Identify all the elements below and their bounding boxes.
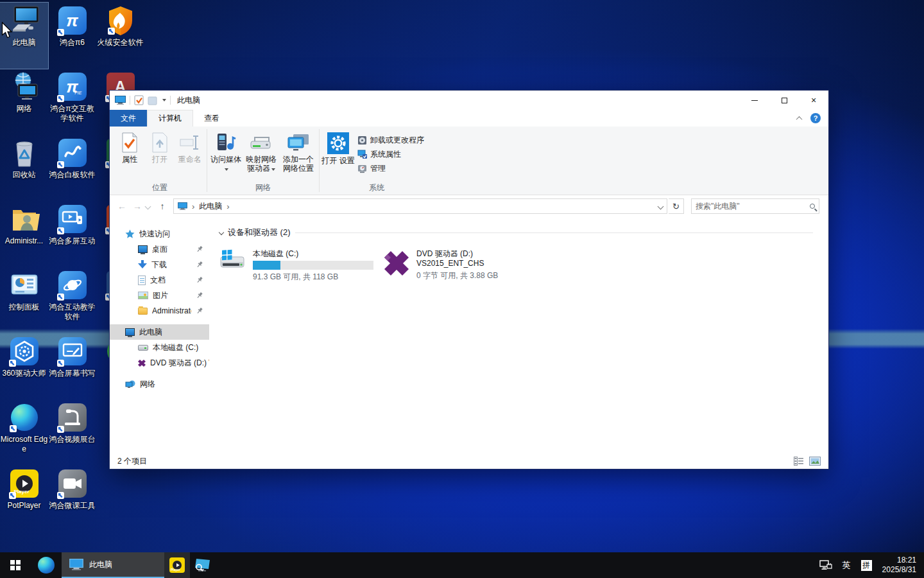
nav-pictures[interactable]: 图片 bbox=[110, 288, 209, 303]
ime-language-indicator[interactable]: 英 bbox=[843, 559, 851, 571]
desktop-icon-honghe-microlesson[interactable]: 鸿合微课工具 bbox=[48, 466, 96, 532]
desktop-icon-honghe-doccam[interactable]: 鸿合视频展台 bbox=[48, 399, 96, 466]
uninstall-icon bbox=[357, 136, 367, 145]
qat-dropdown-icon[interactable] bbox=[162, 99, 166, 101]
section-header[interactable]: 设备和驱动器 (2) bbox=[219, 227, 828, 238]
address-box[interactable]: › 此电脑 › bbox=[173, 198, 667, 214]
taskbar-screen-tool-button[interactable] bbox=[190, 552, 216, 578]
tab-view[interactable]: 查看 bbox=[193, 110, 230, 127]
minimize-button[interactable] bbox=[740, 91, 769, 110]
folder-mini-icon bbox=[138, 308, 148, 315]
desktop-icon-column-1: 此电脑 网络 回收站 bbox=[0, 3, 48, 532]
drive-d-name: DVD 驱动器 (D:) bbox=[416, 249, 498, 259]
desktop-icon-honghe-interactive[interactable]: 鸿合互动教学软件 bbox=[48, 267, 96, 333]
taskbar-clock[interactable]: 18:21 2025/8/31 bbox=[882, 556, 916, 575]
uninstall-button[interactable]: 卸载或更改程序 bbox=[357, 135, 424, 146]
nav-disk-c[interactable]: 本地磁盘 (C:) bbox=[110, 340, 209, 355]
nav-documents[interactable]: 文档 bbox=[110, 272, 209, 288]
ribbon-collapse-icon[interactable] bbox=[796, 116, 803, 122]
desktop-icon-huorong[interactable]: 火绒安全软件 bbox=[96, 3, 144, 69]
rename-button[interactable]: 重命名 bbox=[175, 131, 205, 164]
ribbon: 属性 打开 重命名 位置 bbox=[110, 127, 828, 195]
vs-mini-icon bbox=[138, 359, 146, 367]
drive-d-item[interactable]: DVD 驱动器 (D:) VS2015_ENT_CHS 0 字节 可用, 共 3… bbox=[383, 249, 547, 281]
system-properties-button[interactable]: 系统属性 bbox=[357, 149, 424, 160]
desktop-icon-honghe-pi6[interactable]: π 鸿合π6 bbox=[48, 3, 96, 69]
maximize-button[interactable] bbox=[769, 91, 799, 110]
access-media-button[interactable]: 访问媒体 bbox=[209, 131, 243, 173]
desktop-icon-potplayer[interactable]: Player PotPlayer bbox=[0, 466, 48, 532]
desktop-icon-network[interactable]: 网络 bbox=[0, 69, 48, 135]
nav-dvd-d[interactable]: DVD 驱动器 (D:) V bbox=[110, 355, 209, 371]
forward-button[interactable]: → bbox=[130, 201, 144, 211]
taskbar-potplayer-button[interactable]: Player bbox=[164, 552, 190, 578]
search-icon[interactable] bbox=[810, 204, 815, 209]
up-button[interactable]: ↑ bbox=[155, 201, 169, 211]
taskbar-edge-button[interactable] bbox=[31, 552, 62, 578]
breadcrumb-chevron[interactable]: › bbox=[227, 202, 229, 211]
system-tray: 英 拼 18:21 2025/8/31 bbox=[819, 552, 924, 578]
qat-properties-icon[interactable] bbox=[134, 95, 144, 105]
desktop-icon-edge[interactable]: Microsoft Edge bbox=[0, 399, 48, 466]
navigation-pane: 快速访问 桌面 下载 文档 图片 bbox=[110, 217, 209, 453]
desktop-icon-this-pc[interactable]: 此电脑 bbox=[0, 3, 48, 69]
add-network-location-button[interactable]: 添加一个 网络位置 bbox=[280, 131, 317, 173]
desktop-icon-admin-folder[interactable]: Administr... bbox=[0, 201, 48, 267]
breadcrumb-this-pc[interactable]: 此电脑 bbox=[199, 201, 222, 212]
add-location-icon bbox=[287, 132, 310, 153]
help-icon[interactable]: ? bbox=[810, 113, 821, 123]
nav-downloads[interactable]: 下载 bbox=[110, 257, 209, 272]
shortcut-arrow-icon bbox=[57, 426, 64, 433]
taskbar-this-pc-button[interactable]: 此电脑 bbox=[62, 552, 164, 578]
properties-button[interactable]: 属性 bbox=[115, 131, 145, 164]
back-button[interactable]: ← bbox=[115, 201, 129, 211]
nav-desktop[interactable]: 桌面 bbox=[110, 241, 209, 257]
open-button[interactable]: 打开 bbox=[145, 131, 175, 164]
system-menu-icon[interactable] bbox=[115, 96, 126, 105]
status-bar: 2 个项目 bbox=[110, 453, 828, 469]
section-collapse-icon[interactable] bbox=[219, 230, 224, 235]
downloads-mini-icon bbox=[138, 260, 147, 269]
search-input[interactable] bbox=[696, 202, 810, 211]
nav-quick-access[interactable]: 快速访问 bbox=[110, 226, 209, 241]
qat-separator bbox=[130, 96, 130, 105]
thumbnail-view-icon[interactable] bbox=[809, 457, 821, 466]
honghe-whiteboard-icon bbox=[57, 137, 88, 168]
drive-c-item[interactable]: 本地磁盘 (C:) 91.3 GB 可用, 共 118 GB bbox=[219, 249, 383, 281]
desktop-icon-honghe-whiteboard[interactable]: 鸿合白板软件 bbox=[48, 135, 96, 201]
ribbon-separator bbox=[207, 129, 207, 192]
group-label-location: 位置 bbox=[115, 182, 205, 195]
tab-computer[interactable]: 计算机 bbox=[147, 110, 193, 127]
file-list-area[interactable]: 设备和驱动器 (2) 本地磁盘 (C:) bbox=[209, 217, 828, 453]
refresh-button[interactable]: ↻ bbox=[669, 198, 684, 214]
nav-network[interactable]: 网络 bbox=[110, 376, 209, 392]
address-dropdown-icon[interactable] bbox=[658, 203, 664, 209]
shortcut-arrow-icon bbox=[57, 492, 64, 499]
nav-user-folder[interactable]: Administrator bbox=[110, 303, 209, 319]
open-settings-button[interactable]: 打开 设置 bbox=[321, 131, 355, 165]
details-view-icon[interactable] bbox=[794, 457, 804, 466]
history-dropdown-icon[interactable] bbox=[145, 203, 151, 209]
ime-mode-indicator[interactable]: 拼 bbox=[861, 560, 872, 571]
desktop-icon-honghe-screenwrite[interactable]: 鸿合屏幕书写 bbox=[48, 333, 96, 399]
nav-this-pc[interactable]: 此电脑 bbox=[110, 324, 209, 340]
qat-newfolder-icon[interactable] bbox=[148, 96, 157, 105]
desktop-icon-recycle-bin[interactable]: 回收站 bbox=[0, 135, 48, 201]
desktop-icon-control-panel[interactable]: 控制面板 bbox=[0, 267, 48, 333]
window-titlebar[interactable]: 此电脑 × bbox=[110, 91, 828, 110]
desktop-icon-360-driver[interactable]: 360驱动大师 bbox=[0, 333, 48, 399]
search-box[interactable] bbox=[691, 198, 819, 214]
network-tray-icon[interactable] bbox=[819, 560, 832, 571]
tab-file[interactable]: 文件 bbox=[110, 110, 147, 127]
close-button[interactable]: × bbox=[799, 91, 828, 110]
desktop-icon-honghe-multiscreen[interactable]: 鸿合多屏互动 bbox=[48, 201, 96, 267]
breadcrumb-chevron[interactable]: › bbox=[192, 202, 194, 211]
desktop-icon-label: Microsoft Edge bbox=[0, 435, 48, 454]
address-bar-row: ← → ↑ › 此电脑 › ↻ bbox=[110, 195, 828, 217]
desktop-icon-honghe-pi-teach[interactable]: πPIE 鸿合π交互教学软件 bbox=[48, 69, 96, 135]
manage-button[interactable]: 管理 bbox=[357, 163, 424, 174]
map-network-drive-button[interactable]: 映射网络 驱动器 bbox=[243, 131, 280, 173]
system-small-buttons: 卸载或更改程序 系统属性 bbox=[355, 131, 424, 174]
start-button[interactable] bbox=[0, 552, 31, 578]
desktop-icon-label: 火绒安全软件 bbox=[98, 38, 144, 48]
